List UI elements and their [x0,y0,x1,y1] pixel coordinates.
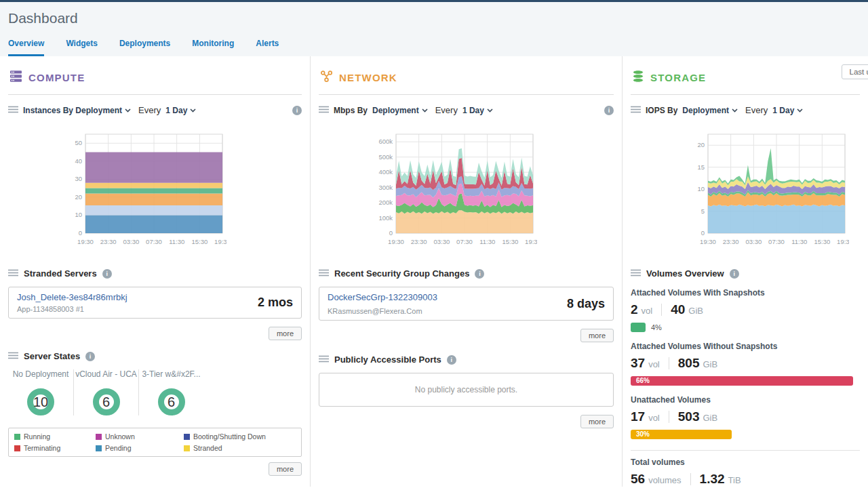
last-updated-button[interactable]: Last upda [842,64,868,79]
network-section-title: NETWORK [339,72,397,83]
storage-widget-controls: IOPS By Deployment Every 1 Day [631,105,860,115]
storage-database-icon [632,70,644,85]
svg-text:11:30: 11:30 [791,238,807,245]
legend-swatch [184,434,190,440]
svg-text:40: 40 [75,157,82,165]
svg-text:07:30: 07:30 [146,238,162,245]
svg-text:19:30: 19:30 [214,238,226,245]
legend-swatch [14,434,20,440]
server-states-more-button[interactable]: more [269,462,302,476]
volume-count: 37 [631,356,645,371]
total-volume-count: 56 [631,472,645,487]
volumes-section-label: Unattached Volumes [631,395,860,405]
server-states-legend: Running Unknown Booting/Shutting Down Te… [8,428,302,457]
server-states-group: vCloud Air - UCA 6 [73,369,138,415]
chevron-down-icon [125,108,131,113]
svg-text:03:30: 03:30 [123,238,139,245]
compute-interval-dropdown[interactable]: 1 Day [165,106,196,115]
volumes-bar-row: 30% [631,430,860,439]
drag-handle-icon[interactable] [631,106,641,115]
volumes-stats: 37 vol 805 GiB [631,356,860,371]
svg-text:600k: 600k [378,138,393,145]
divider [661,304,662,316]
compute-metric-dropdown[interactable]: Instances By Deployment [23,106,131,115]
svg-text:5: 5 [701,207,705,215]
info-icon[interactable]: i [604,106,614,115]
drag-handle-icon[interactable] [8,268,18,279]
volume-count-unit: vol [642,306,653,316]
drag-handle-icon[interactable] [319,106,329,115]
svg-text:19:30: 19:30 [388,238,404,245]
volumes-percent-bar: 30% [631,430,732,439]
info-icon[interactable]: i [292,106,302,115]
compute-section-title: COMPUTE [28,72,85,83]
security-changes-more-button[interactable]: more [580,329,614,342]
drag-handle-icon[interactable] [8,106,18,115]
tab-monitoring[interactable]: Monitoring [192,39,234,56]
network-metric-dropdown-label: Deployment [372,106,419,115]
network-metric-dropdown[interactable]: Deployment [372,106,428,115]
stranded-more-button[interactable]: more [269,327,302,340]
tab-widgets[interactable]: Widgets [66,39,98,56]
network-widget-controls: Mbps By Deployment Every 1 Day i [319,105,614,115]
server-count-donut: 6 [158,388,185,415]
security-group-link[interactable]: DockerSecGrp-1322309003 [328,292,437,302]
stranded-server-link[interactable]: Josh_Delete-3es84r86mrbkj [17,292,127,302]
server-count-donut: 6 [93,388,120,415]
svg-text:10: 10 [75,211,82,218]
svg-text:20: 20 [697,141,705,148]
deployment-label: 3-Tier w&#x2F... [139,369,203,379]
svg-text:19:30: 19:30 [837,238,849,245]
volumes-with-snapshots-section: Attached Volumes With Snapshots 2 vol 40… [631,288,860,332]
compute-every-label: Every [138,105,161,115]
network-interval-dropdown[interactable]: 1 Day [462,106,493,115]
storage-section-header: STORAGE [631,56,860,95]
svg-text:19:30: 19:30 [700,238,716,245]
svg-text:15:30: 15:30 [191,238,208,245]
svg-text:20: 20 [75,193,82,201]
ports-more-button[interactable]: more [580,415,614,428]
compute-widget-controls: Instances By Deployment Every 1 Day i [8,105,302,115]
security-change-age: 8 days [567,297,605,311]
info-icon[interactable]: i [447,355,456,365]
storage-interval-dropdown[interactable]: 1 Day [772,106,803,115]
stranded-server-info: Josh_Delete-3es84r86mrbkj App-1134858003… [17,292,127,313]
drag-handle-icon[interactable] [319,268,329,279]
volumes-bar-row: 66% [631,376,860,386]
volumes-bar-row: 4% [631,323,860,332]
volumes-overview-header: Volumes Overview i [631,268,860,279]
network-metric-label: Mbps By [334,106,368,115]
tab-alerts[interactable]: Alerts [256,39,279,56]
storage-iops-chart: 19:3023:3003:3007:3011:3015:3019:3005101… [682,129,860,251]
svg-text:07:30: 07:30 [456,238,473,245]
storage-metric-dropdown-label: Deployment [682,106,729,115]
storage-metric-dropdown[interactable]: Deployment [682,106,738,115]
tab-deployments[interactable]: Deployments [119,39,170,56]
security-changes-more-row: more [319,329,614,342]
info-icon[interactable]: i [730,269,739,279]
security-change-author: KRasmussen@Flexera.Com [328,307,437,315]
info-icon[interactable]: i [85,352,95,361]
svg-text:100k: 100k [378,214,393,222]
drag-handle-icon[interactable] [631,268,641,279]
svg-text:19:30: 19:30 [525,238,537,245]
ports-header: Publicly Accessible Ports i [319,354,614,365]
compute-column: COMPUTE Instances By Deployment Every 1 … [0,56,311,487]
drag-handle-icon[interactable] [319,354,329,365]
info-icon[interactable]: i [102,269,112,279]
drag-handle-icon[interactable] [8,351,18,361]
network-nodes-icon [320,70,333,85]
volumes-without-snapshots-section: Attached Volumes Without Snapshots 37 vo… [631,342,860,386]
total-volume-count-unit: volumes [648,475,681,485]
svg-text:50: 50 [75,139,82,146]
page-header: Dashboard Overview Widgets Deployments M… [0,2,868,56]
legend-swatch [14,445,20,451]
svg-text:0: 0 [389,229,393,237]
tab-overview[interactable]: Overview [8,39,44,56]
legend-item: Running [14,432,96,441]
info-icon[interactable]: i [475,269,484,279]
divider [669,357,669,369]
total-volume-size: 1.32 [700,472,725,487]
network-mbps-chart: 19:3023:3003:3007:3011:3015:3019:300100k… [370,129,614,251]
security-change-info: DockerSecGrp-1322309003 KRasmussen@Flexe… [328,292,437,315]
